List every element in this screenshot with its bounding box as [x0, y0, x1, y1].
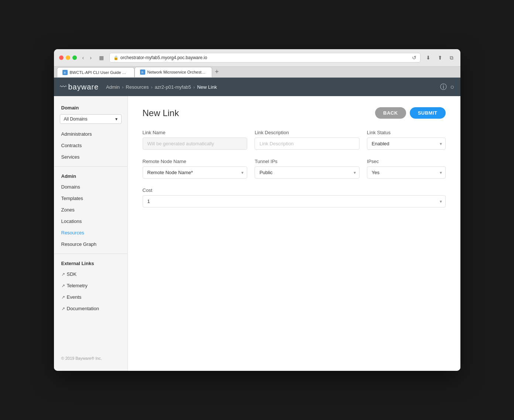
remote-node-select[interactable]: Remote Node Name* — [143, 166, 248, 179]
remote-node-wrapper: Remote Node Name* ▾ — [143, 166, 248, 179]
back-browser-button[interactable]: ‹ — [81, 54, 86, 61]
form-row-2: Remote Node Name Remote Node Name* ▾ Tun… — [143, 159, 446, 179]
sidebar-footer: © 2019 Bayware® Inc. — [54, 352, 127, 365]
download-button[interactable]: ⬇ — [424, 54, 432, 61]
browser-tabs: B BWCTL-API CLI User Guide — Bayware doc… — [54, 67, 460, 78]
sidebar: Domain All Domains ▾ Administrators Cont… — [54, 96, 128, 371]
button-group: BACK SUBMIT — [375, 107, 445, 119]
share-button[interactable]: ⬆ — [436, 54, 444, 61]
external-link-icon-events: ↗ — [61, 295, 65, 300]
remote-node-label: Remote Node Name — [143, 159, 248, 164]
breadcrumb-admin[interactable]: Admin — [106, 84, 120, 90]
breadcrumb-sep-2: › — [151, 84, 152, 90]
tunnel-ips-select[interactable]: Public Private — [255, 166, 360, 179]
back-button[interactable]: BACK — [375, 107, 406, 119]
page-title: New Link — [143, 108, 179, 118]
new-tab-button[interactable]: + — [212, 67, 222, 77]
tab-favicon-2: B — [140, 70, 145, 75]
fullscreen-button[interactable]: ⧉ — [448, 54, 455, 62]
link-description-group: Link Description — [255, 130, 360, 150]
sdk-label: SDK — [67, 271, 77, 277]
sidebar-item-resource-graph[interactable]: Resource Graph — [54, 238, 127, 250]
sidebar-item-documentation[interactable]: ↗ Documentation — [54, 303, 127, 314]
breadcrumb-current: New Link — [197, 84, 217, 90]
ipsec-select[interactable]: Yes No — [367, 166, 446, 179]
sidebar-item-telemetry[interactable]: ↗ Telemetry — [54, 280, 127, 291]
tab-orchestrator[interactable]: B Network Microservice Orchestrator — [135, 67, 212, 77]
breadcrumb-sep-1: › — [122, 84, 123, 90]
link-status-group: Link Status Enabled Disabled ▾ — [367, 130, 446, 150]
sidebar-item-sdk[interactable]: ↗ SDK — [54, 268, 127, 280]
breadcrumb-sep-3: › — [193, 84, 195, 90]
link-status-wrapper: Enabled Disabled ▾ — [367, 138, 446, 150]
cost-label: Cost — [143, 187, 446, 193]
breadcrumb: Admin › Resources › azr2-p01-myfab5 › Ne… — [106, 84, 217, 90]
sidebar-item-contracts[interactable]: Contracts — [54, 140, 127, 151]
sidebar-external-title: External Links — [54, 258, 127, 268]
link-name-group: Link Name — [143, 130, 248, 150]
tab-documentation[interactable]: B BWCTL-API CLI User Guide — Bayware doc… — [57, 67, 135, 77]
submit-button[interactable]: SUBMIT — [410, 107, 446, 119]
logo-wave-icon: 〰 — [60, 83, 67, 91]
form-row-3: Cost 1 2 3 4 5 ▾ — [143, 187, 446, 207]
sidebar-divider-2 — [54, 254, 127, 254]
ipsec-label: IPsec — [367, 159, 446, 164]
url-text: orchestrator-myfab5.myorg4.poc.bayware.i… — [120, 55, 207, 60]
domain-chevron-icon: ▾ — [115, 116, 118, 122]
form-row-1: Link Name Link Description Link Status E… — [143, 130, 446, 150]
sidebar-item-events[interactable]: ↗ Events — [54, 291, 127, 303]
close-dot[interactable] — [59, 55, 64, 60]
account-button[interactable]: ○ — [450, 82, 455, 91]
sidebar-item-locations[interactable]: Locations — [54, 216, 127, 227]
forward-browser-button[interactable]: › — [88, 54, 93, 61]
link-description-label: Link Description — [255, 130, 360, 135]
lock-icon: 🔒 — [113, 55, 119, 60]
tunnel-ips-wrapper: Public Private ▾ — [255, 166, 360, 179]
cost-select[interactable]: 1 2 3 4 5 — [143, 195, 446, 207]
minimize-dot[interactable] — [66, 55, 70, 60]
header-icons: ⓘ ○ — [440, 82, 455, 91]
tunnel-ips-group: Tunnel IPs Public Private ▾ — [255, 159, 360, 179]
sidebar-item-domains[interactable]: Domains — [54, 181, 127, 193]
domain-value: All Domains — [64, 116, 88, 122]
external-link-icon-telemetry: ↗ — [61, 283, 65, 288]
maximize-dot[interactable] — [72, 55, 77, 60]
browser-titlebar: ‹ › ▦ 🔒 orchestrator-myfab5.myorg4.poc.b… — [54, 49, 460, 67]
link-description-input[interactable] — [255, 138, 360, 150]
link-status-select[interactable]: Enabled Disabled — [367, 138, 446, 150]
ipsec-wrapper: Yes No ▾ — [367, 166, 446, 179]
logo-text: bayware — [68, 83, 99, 91]
tunnel-ips-label: Tunnel IPs — [255, 159, 360, 164]
sidebar-admin-title: Admin — [54, 170, 127, 181]
breadcrumb-resource-id[interactable]: azr2-p01-myfab5 — [155, 84, 191, 90]
external-link-icon-docs: ↗ — [61, 306, 65, 311]
tab-label-2: Network Microservice Orchestrator — [147, 70, 207, 74]
logo: 〰 bayware — [60, 83, 99, 91]
nav-buttons: ‹ › — [81, 54, 93, 61]
breadcrumb-resources[interactable]: Resources — [126, 84, 149, 90]
sidebar-item-zones[interactable]: Zones — [54, 204, 127, 216]
sidebar-item-administrators[interactable]: Administrators — [54, 128, 127, 140]
reload-button[interactable]: ↺ — [412, 55, 416, 61]
main-content: New Link BACK SUBMIT Link Name Link Desc… — [128, 96, 460, 371]
cost-wrapper: 1 2 3 4 5 ▾ — [143, 195, 446, 207]
external-link-icon-sdk: ↗ — [61, 272, 65, 277]
events-label: Events — [67, 294, 82, 300]
sidebar-item-templates[interactable]: Templates — [54, 193, 127, 204]
sidebar-item-resources[interactable]: Resources — [54, 227, 127, 238]
tab-label-1: BWCTL-API CLI User Guide — Bayware docum… — [70, 70, 129, 75]
sidebar-item-services[interactable]: Services — [54, 151, 127, 163]
telemetry-label: Telemetry — [67, 283, 88, 288]
info-button[interactable]: ⓘ — [440, 82, 447, 91]
app-header: 〰 bayware Admin › Resources › azr2-p01-m… — [54, 78, 460, 96]
address-bar[interactable]: 🔒 orchestrator-myfab5.myorg4.poc.bayware… — [109, 53, 421, 62]
domain-select[interactable]: All Domains ▾ — [60, 114, 122, 124]
page-header: New Link BACK SUBMIT — [143, 107, 446, 119]
link-name-input[interactable] — [143, 138, 248, 150]
sidebar-divider-1 — [54, 166, 127, 167]
copyright-text: © 2019 Bayware® Inc. — [61, 356, 102, 360]
tab-favicon-1: B — [62, 70, 68, 75]
sidebar-toggle-button[interactable]: ▦ — [97, 54, 106, 61]
ipsec-group: IPsec Yes No ▾ — [367, 159, 446, 179]
link-status-label: Link Status — [367, 130, 446, 135]
